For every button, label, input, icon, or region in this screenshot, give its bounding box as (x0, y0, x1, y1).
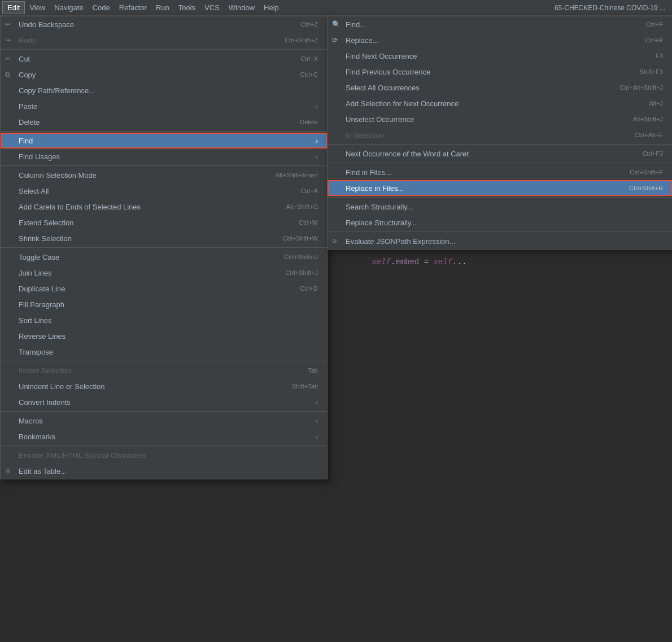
menu-edit[interactable]: Edit (2, 1, 25, 14)
menu-run[interactable]: Run (151, 2, 174, 14)
menu-view[interactable]: View (25, 2, 50, 14)
arrow-icon: › (316, 417, 318, 425)
menu-code[interactable]: Code (88, 2, 115, 14)
shortcut: Alt+Shift+G (286, 203, 318, 210)
menu-fill-paragraph[interactable]: Fill Paragraph (1, 296, 327, 312)
menu-select-all[interactable]: Select All Ctrl+A (1, 183, 327, 199)
menu-item-label: Find Usages (19, 152, 311, 161)
menu-vcs[interactable]: VCS (200, 2, 224, 14)
submenu-replace-in-files[interactable]: Replace in Files... Ctrl+Shift+R (328, 180, 672, 196)
menu-join-lines[interactable]: Join Lines Ctrl+Shift+J (1, 265, 327, 281)
menu-item-label: Find in Files... (346, 168, 618, 177)
menu-encode-xml: Encode XML/HTML Special Characters (1, 447, 327, 463)
menu-reverse-lines[interactable]: Reverse Lines (1, 328, 327, 344)
menu-indent-selection: Indent Selection Tab (1, 363, 327, 378)
menu-convert-indents[interactable]: Convert Indents › (1, 394, 327, 410)
shortcut: Ctrl+Shift+R (629, 185, 663, 191)
menu-item-label: Convert Indents (19, 398, 311, 407)
shortcut: Ctrl+A (300, 187, 318, 194)
menu-item-label: Extend Selection (19, 219, 287, 227)
shortcut: Shift+F3 (640, 68, 663, 75)
menu-add-carets[interactable]: Add Carets to Ends of Selected Lines Alt… (1, 199, 327, 215)
menu-refactor[interactable]: Refactor (115, 2, 151, 14)
menu-item-label: Redo (19, 36, 273, 45)
submenu-unselect-occ[interactable]: Unselect Occurrence Alt+Shift+J (328, 111, 672, 127)
menu-item-label: Replace in Files... (346, 184, 618, 193)
menu-find[interactable]: Find › (1, 133, 327, 149)
menu-item-label: Indent Selection (19, 366, 296, 375)
submenu-find-in-files[interactable]: Find in Files... Ctrl+Shift+F (328, 164, 672, 180)
menu-item-label: Undo Backspace (19, 20, 290, 29)
shortcut: Ctrl+X (300, 55, 318, 62)
menu-help[interactable]: Help (259, 2, 283, 14)
arrow-icon: › (316, 433, 318, 441)
menu-extend-selection[interactable]: Extend Selection Ctrl+W (1, 215, 327, 230)
menu-macros[interactable]: Macros › (1, 413, 327, 429)
submenu-replace[interactable]: ⟳ Replace... Ctrl+R (328, 32, 672, 48)
menu-item-label: Column Selection Mode (19, 171, 264, 180)
submenu-evaluate-jsonpath[interactable]: ⟳ Evaluate JSONPath Expression... (328, 233, 672, 249)
shortcut: Ctrl+Z (301, 21, 318, 28)
menu-copy-path[interactable]: Copy Path/Reference... (1, 82, 327, 98)
menu-item-label: Paste (19, 102, 311, 111)
separator (1, 165, 327, 166)
menu-item-label: Macros (19, 417, 311, 425)
menu-item-label: Search Structurally... (346, 203, 663, 211)
submenu-select-all-occ[interactable]: Select All Occurrences Ctrl+Alt+Shift+J (328, 80, 672, 95)
shortcut: Ctrl+Alt+Shift+J (619, 84, 663, 91)
menu-item-label: Add Selection for Next Occurrence (346, 99, 638, 108)
menu-item-label: Select All (19, 187, 289, 195)
submenu-find-prev[interactable]: Find Previous Occurrence Shift+F3 (328, 64, 672, 80)
submenu-search-structurally[interactable]: Search Structurally... (328, 199, 672, 215)
menu-item-label: Reverse Lines (19, 332, 318, 340)
menu-edit-as-table[interactable]: ⊞ Edit as Table... (1, 463, 327, 479)
menu-item-label: Encode XML/HTML Special Characters (19, 451, 318, 460)
window-title: 65-CHECKED-Chinese COVID-19 ... (555, 4, 670, 12)
menu-item-label: Delete (19, 118, 289, 126)
menu-unindent[interactable]: Unindent Line or Selection Shift+Tab (1, 378, 327, 394)
menu-copy[interactable]: ⧉ Copy Ctrl+C (1, 67, 327, 82)
menu-toggle-case[interactable]: Toggle Case Ctrl+Shift+U (1, 249, 327, 265)
menu-window[interactable]: Window (224, 2, 259, 14)
submenu-find[interactable]: 🔍 Find... Ctrl+F (328, 16, 672, 32)
submenu-next-word-caret[interactable]: Next Occurrence of the Word at Caret Ctr… (328, 146, 672, 161)
menu-paste[interactable]: Paste › (1, 98, 327, 114)
shortcut: F3 (656, 53, 663, 59)
separator (328, 232, 672, 232)
menu-undo[interactable]: ↩ Undo Backspace Ctrl+Z (1, 16, 327, 32)
separator (1, 247, 327, 248)
submenu-replace-structurally[interactable]: Replace Structurally... (328, 215, 672, 230)
menu-item-label: Select All Occurrences (346, 84, 608, 92)
jsonpath-icon: ⟳ (332, 238, 337, 245)
menu-redo: ↪ Redo Ctrl+Shift+Z (1, 32, 327, 48)
menu-item-label: Fill Paragraph (19, 300, 318, 309)
menu-item-label: Find (19, 137, 311, 145)
menu-item-label: Unindent Line or Selection (19, 382, 281, 391)
menu-duplicate-line[interactable]: Duplicate Line Ctrl+D (1, 281, 327, 296)
menu-sort-lines[interactable]: Sort Lines (1, 312, 327, 328)
arrow-icon: › (316, 398, 318, 407)
menu-find-usages[interactable]: Find Usages › (1, 149, 327, 164)
redo-icon: ↪ (5, 36, 11, 44)
separator (1, 446, 327, 446)
menu-navigate[interactable]: Navigate (50, 2, 88, 14)
menu-delete[interactable]: Delete Delete (1, 114, 327, 130)
undo-icon: ↩ (5, 20, 11, 28)
menu-transpose[interactable]: Transpose (1, 344, 327, 360)
menu-tools[interactable]: Tools (174, 2, 200, 14)
menu-column-selection[interactable]: Column Selection Mode Alt+Shift+Insert (1, 167, 327, 183)
shortcut: Ctrl+R (645, 37, 663, 43)
menu-cut[interactable]: ✂ Cut Ctrl+X (1, 51, 327, 67)
menu-item-label: Unselect Occurrence (346, 115, 622, 124)
submenu-find-next[interactable]: Find Next Occurrence F3 (328, 48, 672, 64)
separator (1, 49, 327, 50)
separator (1, 361, 327, 361)
menu-item-label: Copy (19, 71, 289, 79)
submenu-add-selection-next[interactable]: Add Selection for Next Occurrence Alt+J (328, 95, 672, 111)
submenu-in-selection: In Selection Ctrl+Alt+E (328, 127, 672, 143)
menu-shrink-selection[interactable]: Shrink Selection Ctrl+Shift+W (1, 230, 327, 246)
arrow-icon: › (316, 137, 318, 145)
menu-bookmarks[interactable]: Bookmarks › (1, 429, 327, 444)
shortcut: Ctrl+Shift+F (630, 169, 663, 176)
arrow-icon: › (316, 152, 318, 161)
